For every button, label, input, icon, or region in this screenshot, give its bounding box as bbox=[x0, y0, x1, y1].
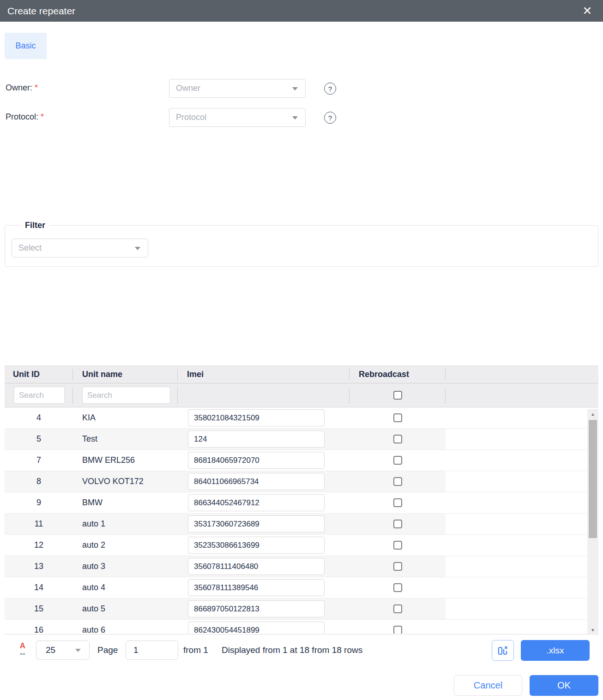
rebroadcast-select-all-checkbox[interactable] bbox=[393, 391, 402, 400]
scroll-up-icon[interactable]: ▲ bbox=[587, 410, 598, 418]
unit-name-cell: VOLVO KOT172 bbox=[73, 471, 178, 492]
owner-label: Owner:* bbox=[6, 83, 38, 93]
imei-input[interactable] bbox=[188, 409, 325, 426]
table-scrollbar[interactable]: ▲ ▼ bbox=[587, 409, 598, 635]
unit-name-search-input[interactable] bbox=[82, 387, 170, 404]
imei-input[interactable] bbox=[188, 579, 325, 596]
unit-id-cell: 5 bbox=[5, 429, 73, 449]
owner-select-placeholder: Owner bbox=[176, 84, 200, 93]
unit-id-cell: 12 bbox=[5, 535, 73, 556]
chevron-down-icon bbox=[292, 116, 298, 120]
table-row: 15 auto 5 bbox=[5, 598, 598, 620]
imei-input[interactable] bbox=[188, 431, 325, 448]
required-asterisk: * bbox=[41, 112, 44, 121]
page-size-select[interactable]: 25 bbox=[36, 640, 90, 660]
table-row: 16 auto 6 bbox=[5, 620, 598, 634]
rebroadcast-checkbox[interactable] bbox=[393, 456, 402, 465]
table-row: 5 Test bbox=[5, 429, 598, 450]
unit-name-cell: auto 3 bbox=[73, 556, 178, 577]
pagination-bar: A ↔ 25 Page from 1 Displayed from 1 at 1… bbox=[0, 638, 603, 664]
unit-name-cell: KIA bbox=[73, 407, 178, 428]
columns-with-x-icon bbox=[497, 645, 509, 657]
rebroadcast-checkbox[interactable] bbox=[393, 435, 402, 443]
owner-select[interactable]: Owner bbox=[169, 79, 306, 98]
page-label: Page bbox=[97, 645, 118, 655]
unit-id-cell: 15 bbox=[5, 598, 73, 619]
dialog-title: Create repeater bbox=[7, 6, 75, 17]
column-visibility-button[interactable] bbox=[492, 640, 514, 661]
unit-id-cell: 8 bbox=[5, 471, 73, 492]
col-header-unit-name[interactable]: Unit name bbox=[73, 366, 178, 383]
protocol-label: Protocol:* bbox=[6, 112, 44, 122]
table-body: 4 KIA 5 Test 7 BMW ERL256 8 VOLVO KOT172 bbox=[5, 407, 598, 634]
table-row: 7 BMW ERL256 bbox=[5, 450, 598, 471]
tab-basic[interactable]: Basic bbox=[5, 33, 47, 59]
chevron-down-icon bbox=[135, 247, 140, 250]
col-header-imei[interactable]: Imei bbox=[178, 366, 350, 383]
unit-id-cell: 9 bbox=[5, 492, 73, 513]
rebroadcast-checkbox[interactable] bbox=[393, 520, 402, 528]
table-row: 8 VOLVO KOT172 bbox=[5, 471, 598, 492]
unit-id-cell: 4 bbox=[5, 407, 73, 428]
unit-id-cell: 11 bbox=[5, 514, 73, 534]
table-row: 14 auto 4 bbox=[5, 577, 598, 598]
col-header-filler bbox=[446, 366, 598, 383]
imei-input[interactable] bbox=[188, 473, 325, 490]
create-repeater-dialog: Create repeater ✕ Basic Owner:* Owner ? … bbox=[0, 0, 603, 700]
rebroadcast-checkbox[interactable] bbox=[393, 477, 402, 486]
unit-name-cell: auto 5 bbox=[73, 598, 178, 619]
unit-id-cell: 7 bbox=[5, 450, 73, 471]
displayed-rows-text: Displayed from 1 at 18 from 18 rows bbox=[222, 645, 362, 655]
scrollbar-thumb[interactable] bbox=[589, 420, 597, 538]
unit-name-cell: Test bbox=[73, 429, 178, 449]
chevron-down-icon bbox=[292, 87, 298, 90]
unit-id-cell: 13 bbox=[5, 556, 73, 577]
autofit-columns-icon[interactable]: A ↔ bbox=[16, 642, 30, 656]
rebroadcast-checkbox[interactable] bbox=[393, 626, 402, 634]
protocol-select[interactable]: Protocol bbox=[169, 108, 306, 127]
owner-help-icon[interactable]: ? bbox=[324, 83, 336, 95]
col-header-rebroadcast[interactable]: Rebroadcast bbox=[350, 366, 446, 383]
imei-input[interactable] bbox=[188, 537, 325, 554]
imei-search-cell bbox=[178, 383, 350, 407]
rebroadcast-checkbox[interactable] bbox=[393, 562, 402, 571]
filter-legend: Filter bbox=[21, 221, 49, 230]
close-icon[interactable]: ✕ bbox=[578, 0, 597, 22]
export-xlsx-button[interactable]: .xlsx bbox=[521, 640, 590, 661]
protocol-help-icon[interactable]: ? bbox=[324, 112, 336, 124]
imei-input[interactable] bbox=[188, 452, 325, 469]
ok-button[interactable]: OK bbox=[530, 675, 598, 696]
units-table: Unit ID Unit name Imei Rebroadcast 4 KIA… bbox=[5, 365, 598, 634]
unit-name-cell: BMW bbox=[73, 492, 178, 513]
rebroadcast-checkbox[interactable] bbox=[393, 604, 402, 613]
imei-input[interactable] bbox=[188, 494, 325, 511]
page-number-input[interactable] bbox=[126, 640, 178, 660]
filter-fieldset: Filter Select bbox=[5, 221, 598, 267]
rebroadcast-checkbox[interactable] bbox=[393, 541, 402, 550]
unit-name-cell: BMW ERL256 bbox=[73, 450, 178, 471]
scroll-down-icon[interactable]: ▼ bbox=[587, 626, 598, 634]
page-size-value: 25 bbox=[46, 645, 55, 655]
table-row: 13 auto 3 bbox=[5, 556, 598, 577]
dialog-actions: Cancel OK bbox=[0, 675, 603, 696]
filter-select[interactable]: Select bbox=[12, 239, 148, 257]
imei-input[interactable] bbox=[188, 515, 325, 532]
chevron-down-icon bbox=[75, 649, 81, 652]
unit-id-cell: 16 bbox=[5, 620, 73, 634]
table-row: 9 BMW bbox=[5, 492, 598, 514]
cancel-button[interactable]: Cancel bbox=[454, 675, 522, 696]
imei-input[interactable] bbox=[188, 558, 325, 575]
unit-id-search-input[interactable] bbox=[14, 387, 65, 404]
dialog-titlebar: Create repeater ✕ bbox=[0, 0, 603, 22]
unit-name-cell: auto 1 bbox=[73, 514, 178, 534]
imei-input[interactable] bbox=[188, 600, 325, 617]
filter-select-placeholder: Select bbox=[18, 243, 42, 253]
col-header-unit-id[interactable]: Unit ID bbox=[5, 366, 73, 383]
table-row: 4 KIA bbox=[5, 407, 598, 429]
rebroadcast-checkbox[interactable] bbox=[393, 413, 402, 422]
rebroadcast-checkbox[interactable] bbox=[393, 583, 402, 592]
imei-input[interactable] bbox=[188, 622, 325, 634]
required-asterisk: * bbox=[35, 83, 38, 92]
table-search-row bbox=[5, 383, 598, 407]
rebroadcast-checkbox[interactable] bbox=[393, 498, 402, 507]
